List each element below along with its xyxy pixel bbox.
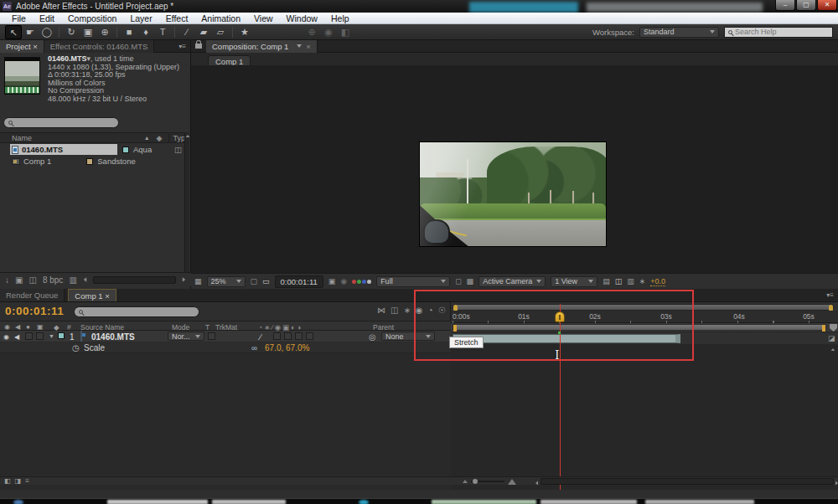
search-help-input[interactable] (735, 28, 819, 36)
shape-tool-icon[interactable]: ■ (121, 25, 137, 39)
project-item-row[interactable]: Comp 1 Sandstone (0, 156, 185, 167)
menu-layer[interactable]: Layer (123, 13, 158, 24)
delete-icon[interactable]: ▥ (69, 275, 76, 285)
menu-view[interactable]: View (247, 13, 280, 24)
scroll-up-icon[interactable] (186, 135, 190, 137)
lock-column-icon[interactable]: ▣ (37, 323, 44, 331)
region-of-interest-icon[interactable]: ▭ (262, 278, 270, 285)
panel-menu-icon[interactable]: ▾≡ (822, 291, 838, 299)
chevron-down-icon[interactable] (297, 44, 302, 48)
expand-layer-switches-icon[interactable]: ◧ (4, 477, 11, 485)
tab-project[interactable]: Project × (0, 40, 44, 53)
menu-help[interactable]: Help (324, 13, 356, 24)
project-item-row[interactable]: 01460.MTS Aqua ◫ (0, 144, 185, 155)
timeline-hscrollbar[interactable] (541, 478, 834, 485)
project-scrollbar[interactable] (184, 132, 189, 272)
menu-effect[interactable]: Effect (159, 13, 195, 24)
scroll-left-icon[interactable] (535, 481, 538, 486)
expand-transfer-controls-icon[interactable]: ◨ (15, 477, 22, 485)
layer-row[interactable]: ◉ ◀ ▼ 1 01460.MTS Nor... ∕ ◎ None (0, 331, 451, 342)
pen-tool-icon[interactable]: ♦ (137, 25, 154, 39)
composition-viewer[interactable] (191, 65, 838, 273)
exposure-value[interactable]: +0.0 (650, 277, 665, 286)
pixel-aspect-correction-icon[interactable]: ▤ (603, 278, 610, 285)
trkmat-box[interactable] (208, 332, 215, 340)
new-folder-icon[interactable]: ▣ (15, 275, 23, 285)
zoom-tool-icon[interactable]: ◯ (39, 25, 55, 39)
comp-button-icon[interactable]: ◪ (828, 334, 835, 342)
timeline-search-box[interactable] (74, 306, 199, 317)
work-area-end-handle[interactable] (822, 325, 825, 332)
sort-ascending-icon[interactable]: ▲ (144, 135, 150, 141)
exposure-icon[interactable]: ∗ (639, 278, 646, 285)
taskbar-item[interactable] (212, 500, 286, 504)
resolution-dropdown[interactable]: Full (376, 276, 450, 287)
tab-composition[interactable]: Composition: Comp 1× (206, 40, 318, 53)
comp-mini-flowchart-icon[interactable]: ⋈ (377, 306, 385, 315)
world-axis-mode-icon[interactable]: ◉ (320, 25, 337, 39)
layer-source-name[interactable]: 01460.MTS (91, 332, 135, 342)
eraser-tool-icon[interactable]: ▱ (212, 25, 229, 39)
hand-tool-icon[interactable]: ☛ (22, 25, 39, 39)
stopwatch-icon[interactable]: ◷ (72, 343, 80, 352)
minimize-button[interactable]: – (775, 0, 795, 11)
lock-switch[interactable] (36, 332, 44, 340)
workspace-dropdown[interactable]: Standard (639, 27, 719, 38)
zoom-out-icon[interactable] (463, 480, 468, 483)
search-help-box[interactable] (724, 27, 833, 38)
frame-blending-icon[interactable]: ∗ (403, 306, 410, 315)
rotation-tool-icon[interactable]: ↻ (63, 25, 80, 39)
parent-pickwhip-icon[interactable]: ◎ (369, 332, 376, 342)
taskbar-item[interactable] (645, 500, 754, 504)
solo-switch[interactable] (25, 332, 33, 340)
bit-depth-label[interactable]: 8 bpc (43, 275, 63, 285)
label-name[interactable]: Sandstone (97, 157, 135, 166)
scale-value[interactable]: 67.0, 67.0% (265, 343, 309, 352)
scale-property-row[interactable]: ◷ Scale ∞ 67.0, 67.0% (0, 342, 451, 353)
current-timecode[interactable]: 0:00:01:11 (5, 305, 64, 317)
video-column-icon[interactable]: ◉ (4, 323, 10, 331)
shy-layers-icon[interactable]: ◫ (391, 306, 398, 315)
solo-column-icon[interactable]: ● (26, 323, 30, 331)
camera-tool-icon[interactable]: ▣ (80, 25, 96, 39)
puppet-pin-tool-icon[interactable]: ★ (236, 25, 253, 39)
show-snapshot-icon[interactable]: ◉ (340, 278, 347, 285)
panel-menu-icon[interactable]: ▾≡ (174, 43, 190, 50)
maximize-button[interactable]: ▢ (796, 0, 816, 11)
label-name[interactable]: Aqua (133, 145, 152, 154)
taskbar-item[interactable] (107, 500, 208, 504)
column-type[interactable]: Typ (168, 134, 185, 142)
menu-animation[interactable]: Animation (194, 13, 247, 24)
expander-caret-icon[interactable]: ▼ (49, 333, 54, 339)
quality-switch-icon[interactable]: ∕ (260, 332, 261, 342)
view-axis-mode-icon[interactable]: ◧ (337, 25, 354, 39)
magnification-dropdown[interactable]: 25% (207, 276, 246, 287)
taskbar-item[interactable] (541, 500, 637, 504)
layer-audio-icon[interactable]: ◀ (14, 333, 19, 341)
new-composition-icon[interactable]: ◫ (28, 275, 36, 285)
selection-tool-icon[interactable]: ↖ (5, 25, 22, 39)
3d-switch[interactable] (306, 332, 313, 340)
timeline-track-area[interactable] (451, 344, 838, 490)
project-hscrollbar[interactable] (93, 276, 176, 284)
tab-effect-controls[interactable]: Effect Controls: 01460.MTS (44, 40, 155, 53)
label-color-swatch[interactable] (122, 147, 129, 153)
menu-file[interactable]: File (5, 13, 33, 24)
timeline-button-icon[interactable]: ▥ (627, 278, 634, 285)
title-action-safe-icon[interactable]: ▢ (251, 278, 258, 285)
show-channel-icon[interactable] (352, 280, 371, 284)
tab-render-queue[interactable]: Render Queue (0, 289, 65, 301)
comp-timecode[interactable]: 0:00:01:11 (275, 275, 323, 288)
audio-column-icon[interactable]: ◀ (15, 323, 20, 331)
taskbar-item[interactable] (13, 500, 23, 504)
lock-icon[interactable] (195, 44, 202, 49)
expand-in-out-icon[interactable]: ≡ (25, 477, 29, 485)
blend-mode-dropdown[interactable]: Nor... (168, 332, 204, 341)
timeline-zoom-slider[interactable] (463, 479, 530, 484)
comp-marker-bin-icon[interactable] (830, 324, 837, 332)
project-search-box[interactable] (3, 117, 119, 128)
taskbar-item[interactable] (432, 500, 536, 504)
frame-blend-switch[interactable] (284, 332, 292, 340)
menu-composition[interactable]: Composition (61, 13, 123, 24)
layer-visibility-eye-icon[interactable]: ◉ (3, 333, 9, 341)
